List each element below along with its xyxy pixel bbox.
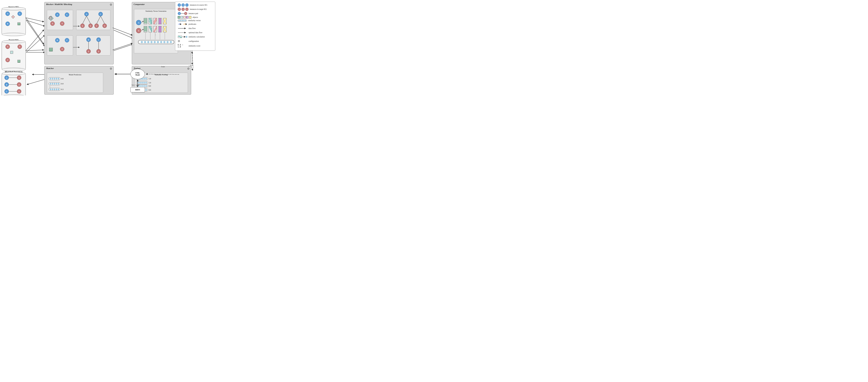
svg-point-135 [157, 41, 159, 43]
svg-point-131 [144, 41, 146, 43]
svg-line-152 [26, 18, 44, 44]
svg-line-97 [150, 18, 152, 21]
legend-simcalc-text: similarity calculation [189, 36, 205, 38]
svg-point-136 [160, 41, 162, 43]
svg-line-154 [26, 50, 44, 51]
legend-dataflow-text: data flow [189, 27, 196, 29]
target-node-z: Z [5, 58, 10, 62]
svg-text:C: C [6, 91, 7, 93]
svg-text:X: X [138, 30, 140, 32]
pair-cy-line: C Y [4, 89, 24, 94]
svg-text:A: A [6, 77, 7, 79]
legend-sim-vector-symbol [178, 20, 187, 22]
legend-node-c: C [185, 3, 189, 7]
legend-score-text: similarity score [189, 45, 200, 47]
trainer-score-3: 0.0 [149, 85, 151, 87]
legend-pair-text: instance pair [189, 12, 198, 14]
source-kg-cylinder: Source KG A B C [2, 6, 26, 35]
source-node-c: C [18, 11, 22, 16]
svg-text:A: A [86, 13, 87, 15]
sim-vector-svg: A X [134, 12, 178, 52]
legend-row-predicates: p q predicates [178, 23, 213, 26]
svg-line-56 [83, 16, 87, 24]
legend-target-text: instances in target KG [190, 8, 207, 10]
svg-line-102 [150, 26, 152, 29]
svg-line-25 [112, 44, 133, 51]
matched-instances-cylinder: Matched Instances A X B Z [2, 70, 26, 95]
svg-line-144 [113, 43, 132, 50]
blocker-tree-1: A C X X Y Y [76, 10, 111, 30]
pair-bz-line: B Z [4, 82, 24, 87]
scoring-row-2: 1.0 [136, 81, 151, 84]
source-node-a: A [5, 11, 10, 16]
svg-line-100 [149, 26, 152, 32]
legend-predicates-symbol: p q [178, 23, 187, 26]
svg-text:⋮: ⋮ [155, 34, 157, 36]
svg-text:Y: Y [19, 91, 20, 93]
matcher-subtitle: Model Prediction [47, 74, 103, 76]
trainer-score-1: 1.0 [149, 78, 151, 80]
svg-text:X: X [185, 13, 186, 14]
legend-objects-text: objects [192, 16, 198, 18]
prediction-row-3: 0.3 [49, 88, 63, 91]
svg-line-59 [101, 16, 105, 24]
svg-text:q: q [185, 23, 185, 24]
legend-object-symbols [178, 16, 191, 19]
svg-text:Z: Z [19, 84, 20, 86]
legend: A B C instances in source KG X Y Z insta… [175, 2, 215, 51]
legend-row-dataflow: data flow [178, 27, 213, 30]
legend-row-target: X Y Z instances in target KG [178, 8, 213, 11]
blocker-inner-4: B C Z Z [76, 35, 111, 56]
hdfs-box: HDFS [130, 87, 145, 92]
svg-line-18 [26, 20, 45, 26]
svg-line-19 [26, 20, 45, 46]
svg-text:C: C [98, 39, 99, 41]
svg-rect-129 [138, 40, 174, 44]
blocker-gear-icon[interactable]: ⚙ [110, 3, 112, 6]
score-2: 0.9 [61, 83, 63, 85]
svg-text:Z: Z [98, 51, 99, 53]
legend-gear-symbol: ⚙ [178, 39, 187, 43]
svg-text:X: X [19, 77, 20, 79]
svg-line-143 [113, 28, 132, 35]
save-load-label: Save / Load [132, 84, 139, 86]
svg-line-57 [87, 16, 91, 24]
svg-point-132 [147, 41, 149, 43]
matcher-gear-icon[interactable]: ⚙ [110, 67, 112, 70]
legend-score-range: 0.0 ~ 1.0 [178, 44, 187, 48]
legend-row-config: ⚙ configuration [178, 39, 213, 43]
pair-ax-line: A X [4, 75, 24, 80]
diagram-container: q p p p q p p p q [0, 0, 217, 95]
legend-row-objects: objects [178, 16, 213, 19]
blocker-inner-3: B C Z [47, 35, 73, 56]
legend-optional-flow-symbol [178, 31, 187, 34]
sim-vector-subtitle: Similarity Vector Generation [134, 10, 178, 12]
trainer-gear-icon[interactable]: ⚙ [187, 67, 190, 70]
legend-node-y: Y [182, 8, 185, 11]
legend-pair-symbol: A X [178, 12, 187, 15]
legend-node-x: X [178, 8, 181, 11]
svg-point-133 [151, 41, 153, 43]
blocker-panel: Blocker: MultiObJ Blocking ⚙ A C Y X A C [44, 2, 114, 64]
svg-text:A: A [138, 22, 140, 24]
legend-optional-flow-text: optional data flow [189, 32, 203, 34]
score-1: 0.8 [61, 78, 63, 80]
matcher-title: Matcher [44, 66, 114, 70]
legend-row-optional-flow: optional data flow [178, 31, 213, 34]
hdfs-label: HDFS [135, 89, 140, 91]
svg-line-20 [26, 35, 45, 52]
blocker-inner-2: A C X X Y Y [76, 10, 111, 30]
svg-point-137 [163, 41, 165, 43]
matcher-inner: Model Prediction 0.8 0.9 ⋮ 0.3 [47, 72, 103, 93]
svg-text:A: A [179, 13, 180, 14]
sim-vector-generation-box: Similarity Vector Generation A X [134, 9, 178, 53]
svg-text:Y: Y [96, 25, 97, 27]
legend-node-b: B [182, 3, 185, 7]
svg-text:p: p [179, 23, 180, 24]
ftrl-model: FTRLModel [130, 69, 145, 79]
legend-row-pair: A X instance pair [178, 12, 213, 15]
svg-line-153 [26, 30, 44, 51]
source-node-b: B [5, 22, 10, 26]
svg-line-104 [154, 18, 157, 24]
target-kg-cylinder: Target KG X Z Y [2, 39, 26, 70]
